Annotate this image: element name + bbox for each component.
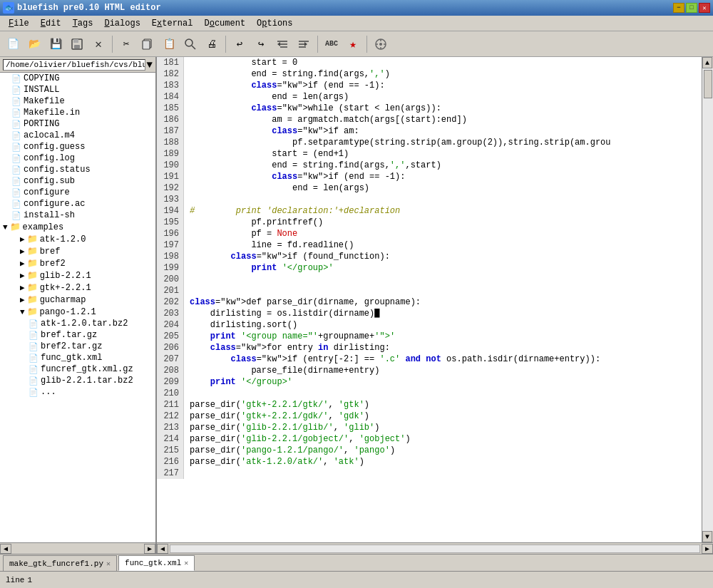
code-line[interactable] <box>190 285 702 296</box>
tree-item-gtk--2-2-1[interactable]: ▶📁gtk+-2.2.1 <box>0 282 155 294</box>
code-line[interactable]: pf = None <box>190 228 702 239</box>
code-line[interactable]: pf.setparamtype(string.strip(am.group(2)… <box>190 137 702 148</box>
tree-item-COPYING[interactable]: 📄COPYING <box>0 73 155 84</box>
code-line[interactable]: parse_dir('pango-1.2.1/pango/', 'pango') <box>190 445 702 456</box>
code-line[interactable]: class="kw">while (start < len(args)): <box>190 103 702 114</box>
external-tools-button[interactable] <box>371 34 391 54</box>
tree-item-func-gtk-xml[interactable]: 📄func_gtk.xml <box>0 352 155 363</box>
spell-check-button[interactable]: ABC <box>322 34 342 54</box>
menu-dialogs[interactable]: Dialogs <box>98 17 145 30</box>
code-line[interactable]: dirlisting = os.listdir(dirname)█ <box>190 308 702 319</box>
tree-item-configure-ac[interactable]: 📄configure.ac <box>0 198 155 210</box>
code-line[interactable]: start = 0 <box>190 57 702 68</box>
menu-external[interactable]: External <box>146 17 199 30</box>
code-line[interactable]: class="kw">if am: <box>190 125 702 137</box>
tree-item-examples[interactable]: ▼📁examples <box>0 221 155 233</box>
code-line[interactable]: line = fd.readline() <box>190 239 702 251</box>
search-button[interactable] <box>180 34 200 54</box>
tree-item-config-sub[interactable]: 📄config.sub <box>0 175 155 187</box>
code-line[interactable] <box>190 468 702 479</box>
filetree-dropdown[interactable]: ▼ <box>147 59 153 71</box>
maximize-button[interactable]: □ <box>686 3 697 13</box>
code-line[interactable]: pf.printfref() <box>190 217 702 228</box>
tree-item-config-log[interactable]: 📄config.log <box>0 153 155 164</box>
tab-close-make-gtk[interactable]: ✕ <box>106 559 111 568</box>
vscroll-up[interactable]: ▲ <box>702 57 712 68</box>
editor-hscrollbar[interactable]: ◀ ▶ <box>157 542 713 554</box>
code-line[interactable]: print '<group name="'+groupname+'">' <box>190 331 702 342</box>
new-file-button[interactable]: 📄 <box>3 34 23 54</box>
tree-item-PORTING[interactable]: 📄PORTING <box>0 118 155 130</box>
tree-item-Makefile-in[interactable]: 📄Makefile.in <box>0 107 155 118</box>
undo-button[interactable]: ↩ <box>230 34 250 54</box>
tab-func-gtk[interactable]: func_gtk.xml ✕ <box>118 555 195 571</box>
menu-edit[interactable]: Edit <box>35 17 67 30</box>
tree-item-bref-tar-gz[interactable]: 📄bref.tar.gz <box>0 329 155 341</box>
tree-item-configure[interactable]: 📄configure <box>0 187 155 198</box>
code-line[interactable] <box>190 194 702 205</box>
outdent-button[interactable] <box>272 34 292 54</box>
code-line[interactable]: class="kw">for entry in dirlisting: <box>190 342 702 354</box>
tree-item-aclocal-m4[interactable]: 📄aclocal.m4 <box>0 130 155 141</box>
save-file-button[interactable]: 💾 <box>46 34 66 54</box>
cut-button[interactable]: ✂ <box>116 34 136 54</box>
menu-options[interactable]: Options <box>251 17 298 30</box>
filetree-scroll[interactable]: 📄COPYING📄INSTALL📄Makefile📄Makefile.in📄PO… <box>0 73 155 542</box>
bookmark-button[interactable]: ★ <box>343 34 363 54</box>
menu-tags[interactable]: Tags <box>67 17 99 30</box>
tree-item-funcref-gtk-xml-gz[interactable]: 📄funcref_gtk.xml.gz <box>0 363 155 375</box>
tree-item-pango-1-2-1[interactable]: ▼📁pango-1.2.1 <box>0 306 155 318</box>
indent-button[interactable] <box>294 34 314 54</box>
code-line[interactable]: class="kw">if (end == -1): <box>190 171 702 182</box>
minimize-button[interactable]: − <box>673 3 684 13</box>
hscroll-left[interactable]: ◀ <box>0 544 11 554</box>
code-line[interactable]: end = len(args) <box>190 182 702 194</box>
open-file-button[interactable]: 📂 <box>24 34 44 54</box>
code-line[interactable] <box>190 388 702 399</box>
tree-item-config-guess[interactable]: 📄config.guess <box>0 141 155 153</box>
save-as-file-button[interactable] <box>67 34 87 54</box>
tree-item-INSTALL[interactable]: 📄INSTALL <box>0 84 155 96</box>
code-line[interactable]: am = argmatch.match(args[(start):end]) <box>190 114 702 125</box>
tree-item-bref2-tar-gz[interactable]: 📄bref2.tar.gz <box>0 341 155 352</box>
tree-item-install-sh[interactable]: 📄install-sh <box>0 210 155 221</box>
tab-close-func-gtk[interactable]: ✕ <box>184 559 188 567</box>
code-line[interactable]: print '</group>' <box>190 262 702 274</box>
tree-item-gucharmap[interactable]: ▶📁gucharmap <box>0 294 155 306</box>
editor-vscrollbar[interactable]: ▲ ▼ <box>702 57 713 542</box>
code-line[interactable]: parse_dir('atk-1.2.0/atk/', 'atk') <box>190 456 702 468</box>
tree-item-Makefile[interactable]: 📄Makefile <box>0 96 155 107</box>
hscroll-left-editor[interactable]: ◀ <box>157 544 168 554</box>
tree-item-config-status[interactable]: 📄config.status <box>0 164 155 175</box>
code-line[interactable]: parse_dir('gtk+-2.2.1/gdk/', 'gdk') <box>190 411 702 422</box>
tab-make-gtk[interactable]: make_gtk_funcref1.py ✕ <box>3 555 117 571</box>
copy-files-button[interactable] <box>138 34 158 54</box>
code-line[interactable]: parse_dir('glib-2.2.1/glib/', 'glib') <box>190 422 702 433</box>
paste-button[interactable]: 📋 <box>159 34 179 54</box>
code-line[interactable]: print '</group>' <box>190 376 702 388</box>
close-file-button[interactable]: ✕ <box>88 34 108 54</box>
menu-document[interactable]: Document <box>198 17 251 30</box>
vscroll-down[interactable]: ▼ <box>702 531 712 542</box>
code-line[interactable]: parse_file(dirname+entry) <box>190 365 702 376</box>
code-line[interactable]: # print 'declaration:'+declaration <box>190 205 702 217</box>
tree-item-glib-2-2-1[interactable]: ▶📁glib-2.2.1 <box>0 269 155 282</box>
editor-scroll[interactable]: 1811821831841851861871881891901911921931… <box>157 57 702 542</box>
hscroll-right-editor[interactable]: ▶ <box>702 544 713 554</box>
code-line[interactable]: end = string.find(args,',',start) <box>190 160 702 171</box>
code-content[interactable]: start = 0 end = string.find(args,',') cl… <box>184 57 702 479</box>
print-button[interactable]: 🖨 <box>202 34 222 54</box>
tree-item----[interactable]: 📄... <box>0 386 155 398</box>
code-line[interactable]: parse_dir('gtk+-2.2.1/gtk/', 'gtk') <box>190 399 702 411</box>
code-line[interactable]: class="kw">if (end == -1): <box>190 80 702 91</box>
code-line[interactable]: class="kw">if (found_function): <box>190 251 702 262</box>
code-line[interactable]: end = string.find(args,',') <box>190 68 702 80</box>
hscroll-right[interactable]: ▶ <box>144 544 155 554</box>
tree-item-atk-1-2-0-tar-bz2[interactable]: 📄atk-1.2.0.tar.bz2 <box>0 318 155 329</box>
tree-item-atk-1-2-0[interactable]: ▶📁atk-1.2.0 <box>0 233 155 245</box>
close-button[interactable]: ✕ <box>699 3 710 13</box>
redo-button[interactable]: ↪ <box>251 34 271 54</box>
code-line[interactable] <box>190 274 702 285</box>
code-line[interactable]: end = len(args) <box>190 91 702 103</box>
code-line[interactable]: dirlisting.sort() <box>190 319 702 331</box>
